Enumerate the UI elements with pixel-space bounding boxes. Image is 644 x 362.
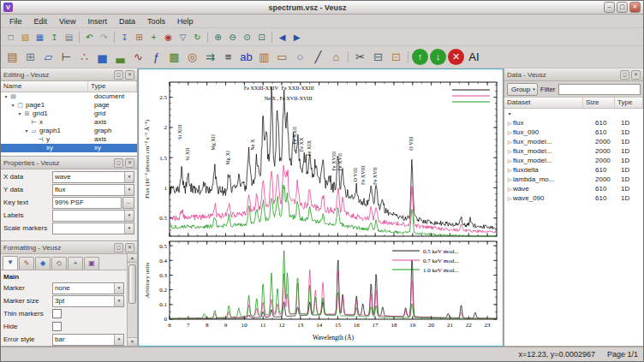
zoom-page-icon[interactable]: ⊡ [255, 31, 268, 44]
zoom-1-1-icon[interactable]: ⊙ [241, 31, 253, 44]
dataset-row-wave-090[interactable]: ▷wave_0906101D [504, 193, 643, 203]
add-ellipse-icon[interactable]: ○ [292, 49, 308, 65]
dropdown-arrow-icon[interactable]: ▾ [124, 185, 134, 195]
add-vector-field-icon[interactable]: ⇉ [202, 49, 218, 65]
combo-marker[interactable]: none▾ [52, 282, 124, 294]
copy-icon[interactable]: ⊟ [370, 49, 386, 65]
checkbox-hide[interactable] [52, 322, 62, 331]
tree-item-x[interactable]: ⊢xaxis [1, 118, 137, 127]
scroll-down-icon[interactable]: ▼ [128, 337, 137, 346]
dropdown-arrow-icon[interactable]: ▾ [114, 283, 123, 294]
combo-labels[interactable]: ▾ [52, 210, 134, 222]
next-page-icon[interactable]: ▶ [290, 31, 303, 44]
combo-y-data[interactable]: flux▾ [52, 184, 134, 196]
add-graph-icon[interactable]: ▱ [40, 49, 57, 65]
plot-area[interactable]: 0.511.522.5Flux (10⁻³ photon cm⁻² s⁻¹ Å⁻… [138, 68, 504, 347]
close-button[interactable]: ✕ [629, 2, 641, 13]
reload-data-icon[interactable]: ↻ [191, 31, 204, 44]
zoom-out-icon[interactable]: ⊖ [226, 31, 239, 44]
menu-data[interactable]: Data [113, 16, 141, 27]
menu-file[interactable]: File [3, 16, 28, 27]
filter-data-icon[interactable]: ▽ [176, 31, 189, 44]
expand-arrow-icon[interactable]: ▷ [506, 186, 513, 192]
expand-arrow-icon[interactable]: ▾ [16, 110, 23, 118]
dropdown-arrow-icon[interactable]: ▾ [114, 296, 123, 306]
dataset-row-flux[interactable]: ▷flux6101D [504, 118, 643, 128]
close-panel-button[interactable]: ✕ [125, 158, 134, 168]
format-color-tab[interactable]: ▣ [84, 257, 99, 270]
create-data-icon[interactable]: + [147, 31, 160, 44]
menu-help[interactable]: Help [171, 16, 200, 27]
move-down-icon[interactable]: ↓ [430, 49, 446, 65]
scroll-thumb[interactable] [128, 264, 136, 304]
add-grid-icon[interactable]: ⊞ [22, 49, 39, 65]
previous-page-icon[interactable]: ◀ [276, 31, 289, 44]
delete-widget-icon[interactable]: ✕ [448, 49, 464, 65]
minimize-button[interactable]: – [604, 2, 615, 13]
titlebar[interactable]: V spectrum.vsz - Veusz – ▢ ✕ [1, 1, 643, 15]
cut-icon[interactable]: ✂ [352, 49, 368, 65]
add-axis-label-icon[interactable]: ab [238, 49, 254, 65]
tree-item-grid1[interactable]: ▾⊞grid1grid [1, 110, 137, 118]
dataset-row-flux-model[interactable]: ▷flux_model...20001D [504, 146, 643, 156]
edit-data-icon[interactable]: ⊞ [133, 31, 146, 44]
format-main-tab[interactable]: ▼ [3, 256, 18, 270]
tree-item-y[interactable]: ⊣yaxis [1, 135, 137, 144]
float-panel-button[interactable]: ◻ [114, 70, 123, 80]
tree-item-graph1[interactable]: ▾▱graph1graph [1, 127, 137, 135]
format-plot-line-tab[interactable]: ✎ [19, 257, 34, 270]
edit-text-button[interactable]: .. [122, 197, 134, 209]
ai-icon[interactable]: AI [466, 49, 482, 65]
expand-arrow-icon[interactable]: ▷ [506, 176, 513, 182]
menu-insert[interactable]: Insert [81, 16, 113, 27]
add-xy-icon[interactable]: ∴ [76, 49, 92, 65]
paste-icon[interactable]: ⊡ [388, 49, 404, 65]
combo-error-style[interactable]: bar▾ [52, 334, 124, 346]
dataset-row-wave[interactable]: ▷wave6101D [504, 184, 643, 193]
dropdown-arrow-icon[interactable]: ▾ [114, 335, 123, 345]
expand-arrow-icon[interactable]: ▷ [506, 195, 513, 201]
float-panel-button[interactable]: ◻ [620, 70, 629, 80]
maximize-button[interactable]: ▢ [617, 2, 628, 13]
expand-arrow-icon[interactable]: ▾ [9, 101, 16, 110]
expand-arrow-icon[interactable]: ▷ [506, 157, 513, 163]
add-function-icon[interactable]: ƒ [148, 49, 164, 65]
add-page-icon[interactable]: ▤ [4, 49, 21, 65]
print-icon[interactable]: ▤ [63, 31, 75, 44]
add-fit-icon[interactable]: ∿ [130, 49, 146, 65]
expand-arrow-icon[interactable]: ▷ [506, 148, 513, 154]
scroll-up-icon[interactable]: ▲ [128, 254, 137, 263]
capture-data-icon[interactable]: ◉ [162, 31, 175, 44]
import-data-icon[interactable]: ↧ [118, 31, 131, 44]
dataset-row-fluxdelta[interactable]: ▷fluxdelta6101D [504, 165, 643, 175]
expand-arrow-icon[interactable]: ▷ [506, 120, 513, 126]
expand-arrow-icon[interactable]: ▷ [506, 129, 513, 135]
tree-column-header[interactable]: Type [88, 81, 137, 92]
dropdown-arrow-icon[interactable]: ▾ [124, 223, 134, 234]
add-axis-icon[interactable]: ⊢ [58, 49, 75, 65]
combo-x-data[interactable]: wave▾ [52, 171, 134, 183]
float-panel-button[interactable]: ◻ [114, 243, 123, 252]
input-key-text[interactable]: 99% PSF [52, 197, 122, 209]
save-document-icon[interactable]: ▦ [33, 31, 46, 44]
formatting-scrollbar[interactable]: ▲ ▼ [127, 254, 137, 346]
format-marker-fill-tab[interactable]: ◆ [35, 257, 51, 270]
add-key-icon[interactable]: ≡ [220, 49, 236, 65]
add-line-icon[interactable]: ╱ [310, 49, 326, 65]
combo-marker-size[interactable]: 3pt▾ [52, 295, 124, 307]
add-polygon-icon[interactable]: ⌂ [328, 49, 344, 65]
dataset-row-lambda-mo[interactable]: ▷lambda_mo...20001D [504, 175, 643, 184]
expand-arrow-icon[interactable]: ▾ [23, 127, 30, 135]
add-histogram-icon[interactable]: ▃ [112, 49, 128, 65]
plot-canvas[interactable]: 0.511.522.5Flux (10⁻³ photon cm⁻² s⁻¹ Å⁻… [139, 69, 503, 347]
format-error-bar-tab[interactable]: + [68, 257, 83, 270]
expand-arrow-icon[interactable]: ▾ [506, 110, 513, 116]
dataset-row-flux-model[interactable]: ▷flux_model...20001D [504, 137, 643, 146]
add-colorbar-icon[interactable]: ▥ [256, 49, 272, 65]
move-up-icon[interactable]: ↑ [412, 49, 428, 65]
add-bar-icon[interactable]: ▅ [94, 49, 110, 65]
menu-tools[interactable]: Tools [141, 16, 171, 27]
filter-input[interactable] [558, 84, 641, 95]
format-marker-border-tab[interactable]: ◇ [51, 257, 67, 270]
tree-column-header[interactable]: Name [1, 81, 88, 92]
